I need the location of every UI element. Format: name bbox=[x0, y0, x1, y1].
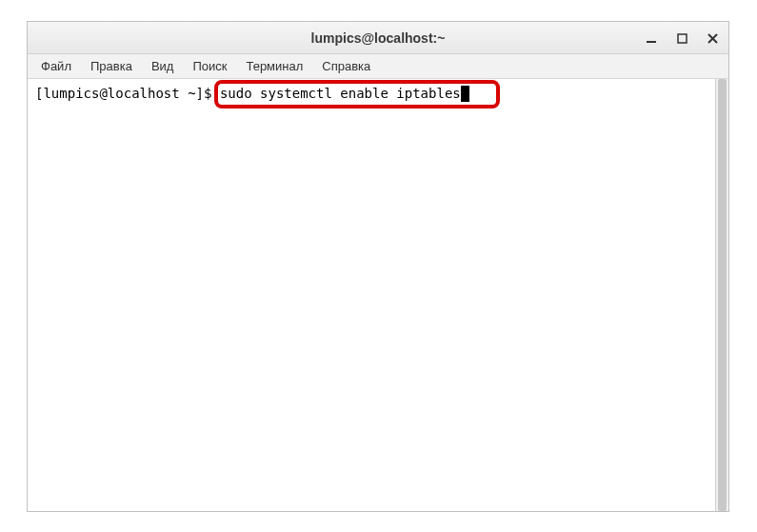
shell-prompt: [lumpics@localhost ~]$ bbox=[35, 86, 220, 101]
titlebar: lumpics@localhost:~ bbox=[28, 22, 728, 54]
menu-help[interactable]: Справка bbox=[314, 57, 378, 75]
menu-terminal[interactable]: Терминал bbox=[238, 57, 310, 75]
svg-rect-1 bbox=[678, 34, 687, 43]
terminal-line: [lumpics@localhost ~]$ sudo systemctl en… bbox=[35, 85, 721, 104]
menu-file[interactable]: Файл bbox=[33, 57, 79, 75]
menu-view[interactable]: Вид bbox=[144, 57, 182, 75]
window-controls bbox=[643, 22, 721, 54]
close-icon bbox=[707, 33, 718, 44]
maximize-icon bbox=[677, 33, 687, 44]
scrollbar-thumb[interactable] bbox=[718, 79, 727, 511]
window-title: lumpics@localhost:~ bbox=[311, 30, 446, 46]
close-button[interactable] bbox=[704, 30, 721, 47]
menubar: Файл Правка Вид Поиск Терминал Справка bbox=[28, 54, 728, 79]
terminal-output[interactable]: [lumpics@localhost ~]$ sudo systemctl en… bbox=[28, 79, 728, 511]
minimize-button[interactable] bbox=[643, 30, 660, 47]
cursor-icon bbox=[461, 86, 469, 102]
minimize-icon bbox=[646, 32, 657, 44]
vertical-scrollbar[interactable] bbox=[715, 79, 728, 511]
typed-command: sudo systemctl enable iptables bbox=[220, 86, 461, 101]
terminal-window: lumpics@localhost:~ Файл Правка Вид Поис… bbox=[27, 21, 729, 512]
menu-search[interactable]: Поиск bbox=[185, 57, 234, 75]
maximize-button[interactable] bbox=[673, 30, 690, 47]
menu-edit[interactable]: Правка bbox=[83, 57, 140, 75]
